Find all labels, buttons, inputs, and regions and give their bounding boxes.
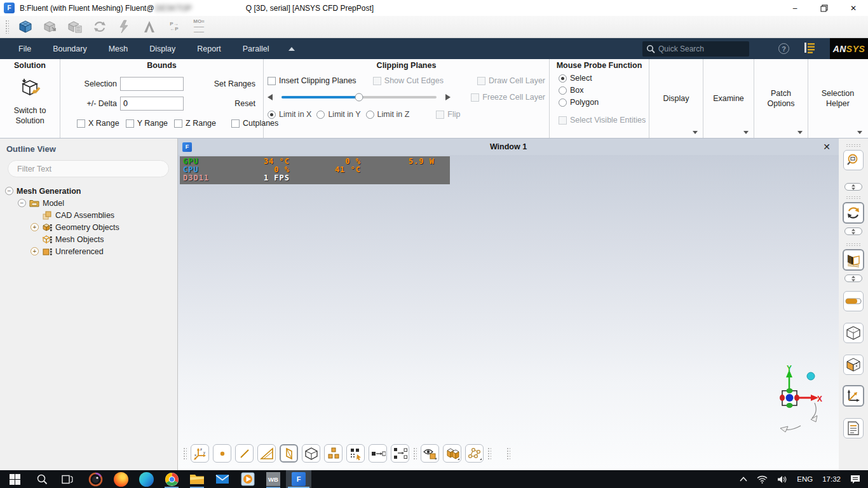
rotate-view-button[interactable]: [843, 202, 864, 224]
toolbar-drag-handle[interactable]: [846, 196, 861, 200]
delta-input[interactable]: [120, 97, 184, 111]
collapse-icon[interactable]: −: [18, 199, 26, 207]
filter-text-input[interactable]: [8, 160, 169, 177]
wireframe-cube-button[interactable]: [843, 323, 864, 343]
triangles-button[interactable]: [257, 444, 276, 463]
clip-slider-handle[interactable]: [355, 93, 363, 102]
collapse-icon[interactable]: −: [5, 187, 13, 195]
limit-in-z-radio[interactable]: Limit in Z: [366, 110, 410, 119]
recorder-app-button[interactable]: [83, 470, 108, 488]
file-explorer-button[interactable]: [184, 470, 210, 488]
tree-item-cad-assemblies[interactable]: CAD Assemblies: [0, 209, 177, 221]
ansys-a-icon[interactable]: [141, 18, 158, 35]
graphics-canvas[interactable]: GPU 34 °C 0 % 5.9 W CPU 0 % 41 °C D3D11 …: [178, 155, 839, 470]
x-range-checkbox[interactable]: X Range: [77, 119, 119, 128]
node-graph-button[interactable]: [465, 444, 484, 463]
tab-parallel[interactable]: Parallel: [232, 38, 280, 59]
refresh-icon[interactable]: [92, 18, 108, 35]
limit-in-y-radio[interactable]: Limit in Y: [316, 110, 360, 119]
hex-cells-button[interactable]: [302, 444, 320, 463]
expand-icon[interactable]: +: [31, 223, 39, 231]
language-indicator[interactable]: ENG: [797, 475, 813, 483]
toolbar-drag-handle[interactable]: [183, 447, 187, 460]
quads-button[interactable]: [280, 444, 298, 463]
points-button[interactable]: [213, 444, 231, 463]
tab-report[interactable]: Report: [186, 38, 232, 59]
tree-item-unreferenced[interactable]: + Unreferenced: [0, 245, 177, 257]
zoom-spin-control[interactable]: [844, 183, 862, 191]
minimize-button[interactable]: –: [780, 0, 810, 16]
tab-boundary[interactable]: Boundary: [42, 38, 98, 59]
visibility-button[interactable]: [421, 444, 439, 463]
mo-list-icon[interactable]: MO=————: [191, 18, 207, 35]
y-range-checkbox[interactable]: Y Range: [126, 119, 168, 128]
fluent-taskbar-button[interactable]: F: [286, 470, 311, 488]
action-center-icon[interactable]: [850, 475, 860, 484]
expand-icon[interactable]: +: [31, 247, 39, 255]
mesh-cube-icon[interactable]: [17, 18, 34, 35]
solid-cube-button[interactable]: [843, 355, 864, 375]
quick-search-input[interactable]: [658, 44, 741, 53]
edge-button[interactable]: [133, 470, 159, 488]
select-cells-button[interactable]: [346, 444, 365, 463]
chrome-button[interactable]: [159, 470, 184, 488]
selection-input[interactable]: [120, 77, 184, 91]
tree-item-geometry-objects[interactable]: + Geometry Objects: [0, 221, 177, 233]
toolbar-drag-handle[interactable]: [487, 447, 491, 460]
limit-in-x-radio[interactable]: Limit in X: [268, 110, 311, 119]
move-cells-button[interactable]: [391, 444, 409, 463]
lightning-icon[interactable]: [116, 18, 133, 35]
taskbar-search-button[interactable]: [29, 470, 55, 488]
collapse-ribbon-icon[interactable]: [288, 47, 295, 51]
tree-item-mesh-generation[interactable]: − Mesh Generation: [0, 185, 177, 197]
cell-cluster-button[interactable]: [324, 444, 342, 463]
clip-slider[interactable]: [281, 96, 437, 98]
workbench-button[interactable]: WB: [261, 470, 286, 488]
lines-button[interactable]: [235, 444, 254, 463]
zoom-box-button[interactable]: [843, 150, 864, 170]
examine-dropdown-button[interactable]: Examine: [703, 59, 754, 138]
import-cube-icon[interactable]: [42, 18, 58, 35]
pp-transfer-icon[interactable]: P→←P: [166, 18, 182, 35]
probe-select-radio[interactable]: Select: [559, 74, 645, 83]
display-dropdown-button[interactable]: Display: [649, 59, 703, 138]
tree-item-model[interactable]: − Model: [0, 197, 177, 209]
tab-file[interactable]: File: [8, 38, 42, 59]
tab-mesh[interactable]: Mesh: [98, 38, 139, 59]
tray-chevron-up-icon[interactable]: [740, 477, 747, 482]
cell-blocks-button[interactable]: [443, 444, 461, 463]
mail-button[interactable]: [210, 470, 235, 488]
graphics-window-close-button[interactable]: ✕: [823, 142, 831, 152]
quick-search-box[interactable]: [642, 41, 749, 57]
copy-cells-button[interactable]: [369, 444, 387, 463]
toolbar-drag-handle[interactable]: [846, 144, 861, 147]
close-button[interactable]: ✕: [839, 0, 868, 16]
toolbar-drag-handle[interactable]: [413, 447, 417, 460]
wifi-icon[interactable]: [757, 475, 768, 484]
perspective-spin-control[interactable]: [844, 274, 862, 282]
toolbar-drag-handle[interactable]: [506, 447, 510, 460]
outline-list-icon[interactable]: [803, 41, 816, 56]
firefox-button[interactable]: [108, 470, 133, 488]
media-player-button[interactable]: [235, 470, 261, 488]
help-icon[interactable]: ?: [778, 43, 789, 54]
probe-polygon-radio[interactable]: Polygon: [559, 98, 645, 107]
axes-triad-button[interactable]: zyx: [191, 444, 209, 463]
patch-options-dropdown-button[interactable]: Patch Options: [754, 59, 808, 138]
reset-button[interactable]: Reset: [184, 99, 259, 108]
clock[interactable]: 17:32: [822, 475, 841, 483]
rotate-spin-control[interactable]: [844, 227, 862, 235]
perspective-button[interactable]: [843, 249, 864, 271]
slider-right-arrow[interactable]: [445, 94, 451, 100]
slider-left-arrow[interactable]: [268, 94, 273, 100]
task-view-button[interactable]: [55, 470, 80, 488]
selection-helper-dropdown-button[interactable]: Selection Helper: [808, 59, 867, 138]
export-cube-icon[interactable]: [67, 18, 83, 35]
probe-box-radio[interactable]: Box: [559, 86, 645, 95]
annotation-button[interactable]: [843, 418, 864, 438]
switch-to-solution-button[interactable]: Switch to Solution: [4, 74, 56, 126]
insert-clipping-planes-checkbox[interactable]: Insert Clipping Planes: [268, 76, 373, 85]
orientation-triad[interactable]: Y X: [761, 365, 825, 437]
start-button[interactable]: [0, 470, 29, 488]
set-ranges-button[interactable]: Set Ranges: [184, 79, 259, 88]
